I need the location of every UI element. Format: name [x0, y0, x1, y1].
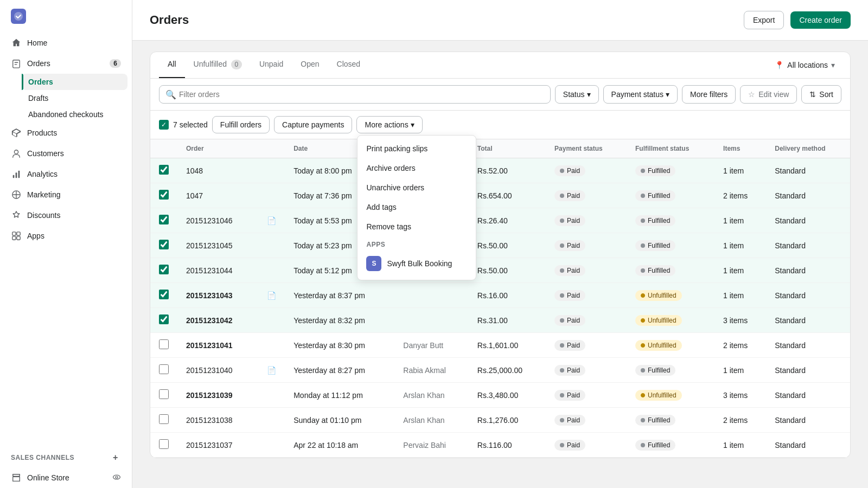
row-checkbox[interactable]: [159, 389, 169, 399]
payment-dot: [560, 418, 564, 422]
row-delivery: Standard: [766, 258, 850, 283]
payment-status-filter-button[interactable]: Payment status ▾: [603, 85, 678, 104]
row-order-id[interactable]: 20151231043: [177, 283, 256, 308]
eye-icon[interactable]: [112, 473, 121, 483]
row-checkbox[interactable]: [159, 364, 169, 374]
orders-icon: [11, 58, 22, 69]
status-filter-button[interactable]: Status ▾: [555, 85, 599, 104]
sub-nav-abandoned[interactable]: Abandoned checkouts: [22, 106, 127, 123]
tab-all[interactable]: All: [159, 52, 185, 78]
row-payment-status: Paid: [546, 308, 627, 333]
sidebar-item-home[interactable]: Home: [4, 33, 127, 53]
row-customer: [394, 283, 468, 308]
row-order-id[interactable]: 20151231038: [177, 408, 256, 433]
tab-unfulfilled[interactable]: Unfulfilled 0: [185, 52, 251, 78]
row-checkbox[interactable]: [159, 339, 169, 349]
row-order-id[interactable]: 20151231037: [177, 433, 256, 458]
row-customer: Pervaiz Bahi: [394, 433, 468, 458]
row-fulfillment-status: Unfulfilled: [627, 283, 714, 308]
sidebar-item-marketing[interactable]: Marketing: [4, 184, 127, 205]
row-checkbox-cell: [150, 358, 177, 383]
sidebar-item-online-store[interactable]: Online Store: [0, 467, 132, 488]
row-checkbox[interactable]: [159, 439, 169, 449]
payment-status-badge: Paid: [554, 165, 585, 176]
row-checkbox[interactable]: [159, 240, 169, 249]
sidebar-item-apps[interactable]: Apps: [4, 226, 127, 246]
row-doc-icon: [256, 233, 285, 258]
sort-button[interactable]: ⇅ Sort: [801, 85, 841, 104]
fulfill-orders-button[interactable]: Fulfill orders: [212, 116, 270, 133]
orders-table: Order Date Customer Total Payment status…: [150, 139, 850, 458]
row-order-id[interactable]: 20151231039: [177, 383, 256, 408]
row-checkbox[interactable]: [159, 290, 169, 299]
row-order-id[interactable]: 1048: [177, 158, 256, 183]
row-order-id[interactable]: 20151231044: [177, 258, 256, 283]
payment-dot: [560, 243, 564, 248]
select-all-checkbox[interactable]: ✓: [159, 120, 169, 130]
dropdown-item-add-tags[interactable]: Add tags: [358, 197, 476, 217]
row-doc-icon: 📄: [256, 283, 285, 308]
dropdown-item-remove-tags[interactable]: Remove tags: [358, 217, 476, 236]
location-filter[interactable]: 📍 All locations ▾: [768, 56, 841, 74]
sub-nav-drafts[interactable]: Drafts: [22, 90, 127, 106]
sidebar-item-customers[interactable]: Customers: [4, 143, 127, 164]
search-input[interactable]: [159, 85, 551, 104]
more-actions-button[interactable]: More actions ▾ Print packing slips Archi…: [356, 116, 422, 133]
sidebar-item-analytics[interactable]: Analytics: [4, 164, 127, 184]
row-checkbox-cell: [150, 183, 177, 208]
row-order-id[interactable]: 20151231046: [177, 208, 256, 233]
tab-closed[interactable]: Closed: [328, 52, 369, 78]
sub-nav-orders[interactable]: Orders: [22, 74, 127, 90]
row-checkbox[interactable]: [159, 265, 169, 274]
table-row: 20151231041 Yesterday at 8:30 pm Danyar …: [150, 333, 850, 358]
more-filters-button[interactable]: More filters: [682, 85, 736, 104]
edit-view-button[interactable]: ☆ Edit view: [740, 85, 797, 104]
row-doc-icon: [256, 183, 285, 208]
fulfillment-status-badge: Fulfilled: [635, 240, 675, 251]
sidebar-item-orders[interactable]: Orders 6: [4, 53, 127, 74]
row-order-id[interactable]: 20151231040: [177, 358, 256, 383]
sidebar: Home Orders 6 Orders Drafts Abandoned ch…: [0, 0, 132, 488]
row-payment-status: Paid: [546, 408, 627, 433]
row-checkbox[interactable]: [159, 215, 169, 224]
create-order-button[interactable]: Create order: [790, 11, 851, 29]
row-checkbox-cell: [150, 208, 177, 233]
row-fulfillment-status: Unfulfilled: [627, 308, 714, 333]
row-checkbox[interactable]: [159, 190, 169, 200]
tab-open[interactable]: Open: [292, 52, 328, 78]
row-order-id[interactable]: 20151231045: [177, 233, 256, 258]
row-items: 1 item: [714, 158, 766, 183]
sidebar-item-products[interactable]: Products: [4, 123, 127, 143]
row-order-id[interactable]: 20151231042: [177, 308, 256, 333]
svg-point-12: [116, 476, 118, 478]
capture-payments-button[interactable]: Capture payments: [274, 116, 352, 133]
row-checkbox[interactable]: [159, 314, 169, 324]
row-delivery: Standard: [766, 183, 850, 208]
add-channel-button[interactable]: +: [110, 452, 121, 463]
table-row: 20151231038 Sunday at 01:10 pm Arslan Kh…: [150, 408, 850, 433]
row-checkbox-cell: [150, 333, 177, 358]
row-checkbox[interactable]: [159, 165, 169, 175]
row-items: 1 item: [714, 258, 766, 283]
dropdown-item-archive[interactable]: Archive orders: [358, 158, 476, 178]
row-order-id[interactable]: 1047: [177, 183, 256, 208]
row-date: Yesterday at 8:30 pm: [285, 333, 394, 358]
row-delivery: Standard: [766, 333, 850, 358]
status-chevron-icon: ▾: [587, 90, 591, 99]
sidebar-item-discounts[interactable]: Discounts: [4, 205, 127, 226]
export-button[interactable]: Export: [744, 11, 784, 29]
row-order-id[interactable]: 20151231041: [177, 333, 256, 358]
dropdown-item-unarchive[interactable]: Unarchive orders: [358, 178, 476, 197]
row-checkbox-cell: [150, 408, 177, 433]
row-doc-icon: 📄: [256, 208, 285, 233]
tab-unpaid[interactable]: Unpaid: [251, 52, 292, 78]
row-checkbox[interactable]: [159, 414, 169, 424]
dropdown-item-swyft[interactable]: S Swyft Bulk Booking: [358, 251, 476, 277]
row-customer: [394, 308, 468, 333]
row-payment-status: Paid: [546, 283, 627, 308]
col-order: Order: [177, 139, 256, 158]
payment-dot: [560, 343, 564, 348]
dropdown-item-print[interactable]: Print packing slips: [358, 139, 476, 158]
search-wrapper: 🔍: [159, 85, 551, 104]
row-items: 2 items: [714, 183, 766, 208]
